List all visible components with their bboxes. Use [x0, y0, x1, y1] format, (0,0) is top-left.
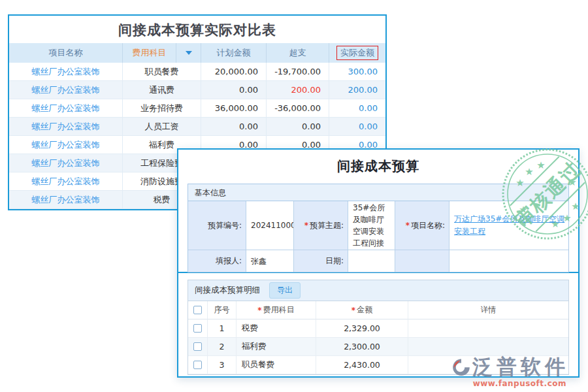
- planned-amount-cell: 0.00: [201, 118, 267, 136]
- planned-amount-cell: 20,000.00: [201, 63, 267, 81]
- date-label: 日期:: [294, 250, 348, 272]
- budget-form-window: 间接成本预算 基本信息 预算编号: 2024110006 * 预算主题: 万达广…: [177, 148, 580, 378]
- fanpu-logo-icon: [451, 357, 470, 377]
- fanpu-logo: 泛普软件 www.fanpusoft.com: [451, 353, 569, 388]
- table-row: 螺丝厂办公室装饰职员餐费20,000.00-19,700.00300.00: [9, 63, 385, 81]
- project-name-link[interactable]: 螺丝厂办公室装饰: [9, 154, 123, 172]
- row-checkbox-cell: [188, 319, 208, 338]
- row-checkbox-cell: [188, 338, 208, 356]
- planned-amount-cell: 0.00: [201, 81, 267, 99]
- filler-label: 填报人:: [188, 250, 246, 272]
- row-expense-subject-cell: 税费: [237, 319, 316, 338]
- project-name-link[interactable]: 螺丝厂办公室装饰: [9, 191, 123, 209]
- overspend-cell: 0.00: [267, 118, 329, 136]
- row-no-cell: 2: [208, 338, 237, 356]
- planned-amount-cell: 36,000.00: [201, 99, 267, 118]
- project-name-link[interactable]: 螺丝厂办公室装饰: [9, 118, 123, 136]
- project-name-label: * 项目名称:: [395, 201, 449, 250]
- project-name-value: 万达广场35#会所及咖啡厅空调安装工程: [449, 201, 568, 250]
- empty-value-cell: [449, 250, 568, 272]
- row-amount-cell: 2,329.00: [316, 319, 408, 338]
- project-name-link[interactable]: 螺丝厂办公室装饰: [9, 99, 123, 118]
- row-amount-cell: 2,300.00: [316, 338, 408, 356]
- column-no: 序号: [208, 301, 237, 319]
- filler-value: 张鑫: [246, 250, 294, 272]
- basic-info-section-header: 基本信息: [188, 184, 568, 201]
- required-asterisk: *: [406, 221, 410, 230]
- row-expense-subject-cell: 职员餐费: [237, 356, 316, 374]
- row-no-cell: 1: [208, 319, 237, 338]
- budget-no-label: 预算编号:: [188, 201, 246, 250]
- required-asterisk: *: [304, 221, 308, 230]
- row-checkbox[interactable]: [193, 361, 202, 369]
- actual-amount-cell: 300.00: [329, 63, 385, 81]
- project-name-link[interactable]: 螺丝厂办公室装饰: [9, 136, 123, 154]
- project-name-link[interactable]: 万达广场35#会所及咖啡厅空调安装工程: [454, 213, 565, 237]
- budget-detail-table-header: 序号 * 费用科目 * 金额 详情: [188, 301, 568, 319]
- basic-info-grid: 预算编号: 2024110006 * 预算主题: 万达广场35#会所及咖啡厅空调…: [188, 201, 568, 272]
- column-actual-amount[interactable]: 实际金额: [329, 43, 385, 63]
- empty-label-cell: [395, 250, 449, 272]
- table-row: 螺丝厂办公室装饰人员工资0.000.000.00: [9, 118, 385, 136]
- project-name-link[interactable]: 螺丝厂办公室装饰: [9, 172, 123, 191]
- budget-detail-title: 间接成本预算明细: [195, 285, 260, 296]
- overspend-cell: -19,700.00: [267, 63, 329, 81]
- expense-subject-cell: 人员工资: [123, 118, 201, 136]
- budget-subject-label: * 预算主题:: [294, 201, 348, 250]
- column-expense-subject: * 费用科目: [237, 301, 316, 319]
- budget-detail-header-bar: 间接成本预算明细 导出: [188, 280, 568, 301]
- actual-amount-cell: 0.00: [329, 99, 385, 118]
- date-value[interactable]: [348, 250, 395, 272]
- column-expense-subject[interactable]: 费用科目: [123, 43, 176, 63]
- detail-table-row: 1税费2,329.00: [188, 319, 568, 338]
- export-button[interactable]: 导出: [269, 282, 301, 299]
- budget-subject-value: 万达广场35#会所及咖啡厅空调安装工程间接预算: [348, 201, 395, 250]
- expense-subject-cell: 通讯费: [123, 81, 201, 99]
- budget-form-upper-section: 间接成本预算 基本信息 预算编号: 2024110006 * 预算主题: 万达广…: [178, 150, 578, 273]
- basic-info-box: 基本信息 预算编号: 2024110006 * 预算主题: 万达广场35#会所及…: [188, 184, 569, 272]
- column-project-name[interactable]: 项目名称: [9, 43, 123, 63]
- actual-amount-highlight-box: 实际金额: [336, 46, 378, 60]
- overspend-cell: 200.00: [267, 81, 329, 99]
- row-amount-cell: 2,430.00: [316, 356, 408, 374]
- row-no-cell: 3: [208, 356, 237, 374]
- fanpu-logo-url: www.fanpusoft.com: [451, 379, 569, 388]
- row-detail-cell: [408, 319, 568, 338]
- filter-dropdown-icon: [186, 51, 192, 55]
- column-planned-amount[interactable]: 计划金额: [201, 43, 267, 63]
- table-row: 螺丝厂办公室装饰通讯费0.00200.00200.00: [9, 81, 385, 99]
- column-amount: * 金额: [316, 301, 408, 319]
- overspend-cell: -36,000.00: [267, 99, 329, 118]
- actual-amount-cell: 200.00: [329, 81, 385, 99]
- select-all-cell: [188, 301, 208, 319]
- expense-subject-cell: 职员餐费: [123, 63, 201, 81]
- comparison-table-title: 间接成本预算实际对比表: [9, 16, 385, 43]
- expense-subject-cell: 业务招待费: [123, 99, 201, 118]
- comparison-table-header: 项目名称 费用科目 计划金额 超支 实际金额: [9, 43, 385, 63]
- column-overspend[interactable]: 超支: [267, 43, 329, 63]
- project-name-link[interactable]: 螺丝厂办公室装饰: [9, 81, 123, 99]
- project-name-link[interactable]: 螺丝厂办公室装饰: [9, 63, 123, 81]
- budget-no-value: 2024110006: [246, 201, 294, 250]
- row-checkbox-cell: [188, 356, 208, 374]
- select-all-checkbox[interactable]: [193, 306, 202, 314]
- column-detail: 详情: [408, 301, 568, 319]
- budget-form-title: 间接成本预算: [188, 150, 569, 180]
- row-expense-subject-cell: 福利费: [237, 338, 316, 356]
- required-asterisk: *: [351, 306, 355, 315]
- expense-subject-filter[interactable]: [176, 43, 201, 63]
- table-row: 螺丝厂办公室装饰业务招待费36,000.00-36,000.000.00: [9, 99, 385, 118]
- required-asterisk: *: [257, 306, 261, 315]
- fanpu-logo-text: 泛普软件: [472, 353, 569, 381]
- actual-amount-cell: 0.00: [329, 118, 385, 136]
- row-checkbox[interactable]: [193, 324, 202, 333]
- row-checkbox[interactable]: [193, 342, 202, 351]
